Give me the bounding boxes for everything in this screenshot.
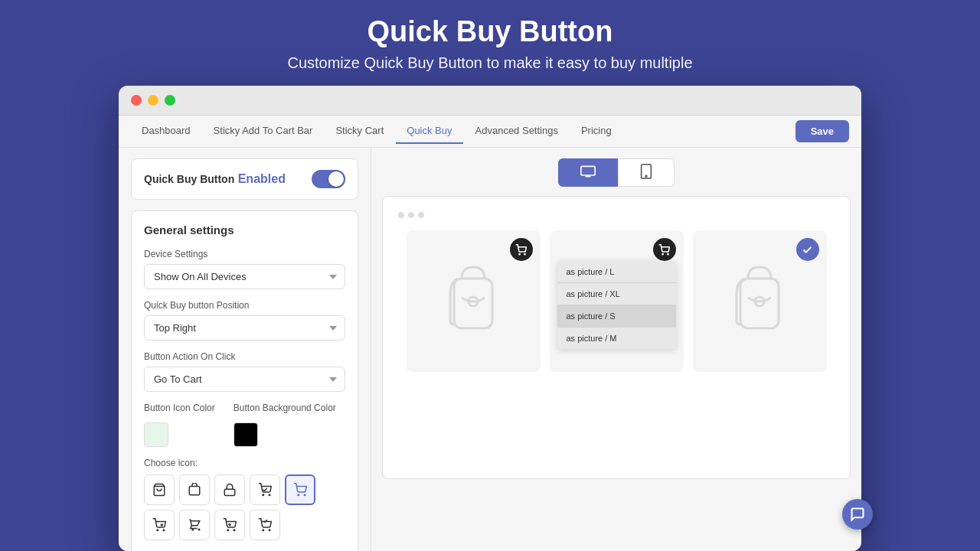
main-content: Quick Buy Button Enabled General setting… — [119, 148, 861, 551]
variant-item-s[interactable]: as picture / S — [557, 305, 676, 328]
icon-bag[interactable] — [144, 474, 175, 505]
close-button[interactable] — [131, 95, 142, 106]
position-select[interactable]: Top Right Top Left Bottom Right Bottom L… — [144, 315, 345, 341]
bg-color-swatch[interactable] — [234, 422, 258, 447]
icon-cart-arrow[interactable] — [144, 510, 175, 540]
color-row: Button Icon Color Button Background Colo… — [144, 403, 345, 447]
icon-cart4[interactable] — [250, 510, 280, 540]
svg-point-8 — [163, 530, 165, 531]
bg-color-group: Button Background Color — [234, 403, 336, 447]
action-group: Button Action On Click Go To Cart Open C… — [144, 351, 345, 392]
icon-color-swatch[interactable] — [144, 422, 168, 447]
variant-item-xl[interactable]: as picture / XL — [557, 283, 676, 305]
icon-cart-selected[interactable] — [285, 474, 315, 505]
page-header: Quick Buy Button Customize Quick Buy But… — [287, 15, 692, 72]
product-card-2: as picture / L as picture / XL as pictur… — [550, 230, 684, 372]
tab-advanced-settings[interactable]: Advanced Settings — [465, 119, 569, 144]
icon-color-group: Button Icon Color — [144, 403, 215, 447]
variant-item-l[interactable]: as picture / L — [557, 261, 676, 283]
icon-choice-label: Choose icon: — [144, 458, 345, 468]
svg-point-22 — [519, 253, 520, 254]
minimize-button[interactable] — [148, 95, 158, 106]
left-panel: Quick Buy Button Enabled General setting… — [119, 148, 371, 551]
svg-point-27 — [668, 253, 668, 254]
svg-point-9 — [192, 529, 194, 530]
svg-point-12 — [234, 530, 235, 531]
svg-point-3 — [263, 494, 264, 496]
maximize-button[interactable] — [165, 95, 175, 106]
svg-point-15 — [263, 530, 264, 531]
variant-dropdown: as picture / L as picture / XL as pictur… — [557, 261, 676, 349]
dot2 — [408, 212, 414, 218]
save-button[interactable]: Save — [795, 120, 849, 142]
svg-point-16 — [269, 530, 270, 531]
right-panel: as picture / L as picture / XL as pictur… — [371, 148, 861, 551]
cart-badge-1[interactable] — [510, 238, 533, 261]
svg-point-4 — [269, 494, 270, 496]
settings-title: General settings — [144, 223, 345, 236]
svg-point-6 — [304, 494, 305, 496]
settings-box: General settings Device Settings Show On… — [131, 210, 358, 551]
tab-sticky-cart[interactable]: Sticky Cart — [325, 119, 394, 144]
quick-buy-toggle-header: Quick Buy Button Enabled — [131, 158, 358, 200]
icon-cart-check[interactable] — [250, 474, 280, 505]
icon-color-label: Button Icon Color — [144, 403, 215, 413]
device-settings-group: Device Settings Show On All Devices Desk… — [144, 249, 345, 289]
svg-point-11 — [227, 530, 229, 531]
svg-point-26 — [662, 253, 663, 254]
cart-badge-2[interactable] — [653, 238, 676, 261]
dot3 — [418, 212, 424, 218]
enable-toggle[interactable] — [312, 170, 345, 188]
svg-rect-1 — [189, 487, 200, 495]
product-card-1 — [407, 230, 541, 372]
tablet-view-btn[interactable] — [618, 158, 675, 187]
position-group: Quick Buy button Position Top Right Top … — [144, 300, 345, 341]
page-title: Quick Buy Button — [287, 15, 692, 48]
icon-lock[interactable] — [214, 474, 245, 505]
action-select[interactable]: Go To Cart Open Cart Drawer Add To Cart — [144, 367, 345, 392]
view-toggle — [382, 158, 851, 187]
page-subtitle: Customize Quick Buy Button to make it ea… — [287, 54, 692, 72]
position-label: Quick Buy button Position — [144, 300, 345, 311]
product-grid: as picture / L as picture / XL as pictur… — [398, 230, 835, 372]
quick-buy-label: Quick Buy Button Enabled — [144, 172, 286, 186]
nav-tabs: Dashboard Sticky Add To Cart Bar Sticky … — [131, 119, 795, 144]
svg-rect-24 — [454, 279, 492, 328]
bg-color-label: Button Background Color — [234, 403, 336, 413]
titlebar — [119, 86, 861, 116]
nav-bar: Dashboard Sticky Add To Cart Bar Sticky … — [119, 116, 861, 148]
tab-quick-buy[interactable]: Quick Buy — [396, 119, 462, 144]
preview-area: as picture / L as picture / XL as pictur… — [382, 196, 851, 479]
svg-rect-17 — [581, 166, 595, 175]
dot1 — [398, 212, 404, 218]
chat-widget[interactable] — [842, 499, 873, 530]
tab-sticky-add-to-cart-bar[interactable]: Sticky Add To Cart Bar — [203, 119, 324, 144]
device-settings-select[interactable]: Show On All Devices Desktop Only Mobile … — [144, 264, 345, 289]
tab-dashboard[interactable]: Dashboard — [131, 119, 201, 144]
svg-point-5 — [298, 494, 299, 496]
check-badge-3[interactable] — [796, 238, 819, 261]
preview-dots — [398, 212, 835, 218]
svg-point-23 — [524, 253, 525, 254]
svg-point-21 — [645, 175, 647, 177]
svg-rect-2 — [224, 489, 235, 495]
variant-item-m[interactable]: as picture / M — [557, 328, 676, 349]
tab-pricing[interactable]: Pricing — [570, 119, 622, 144]
svg-point-7 — [157, 530, 158, 531]
device-settings-label: Device Settings — [144, 249, 345, 259]
icon-bag2[interactable] — [179, 474, 210, 505]
desktop-view-btn[interactable] — [558, 158, 618, 187]
icon-cart3[interactable] — [214, 510, 245, 540]
action-label: Button Action On Click — [144, 351, 345, 362]
mac-window: Dashboard Sticky Add To Cart Bar Sticky … — [119, 86, 861, 551]
icon-grid — [144, 474, 345, 540]
icon-choice-group: Choose icon: — [144, 458, 345, 540]
icon-cart2[interactable] — [179, 510, 210, 540]
svg-point-10 — [198, 529, 200, 530]
svg-rect-30 — [740, 279, 779, 328]
product-card-3 — [693, 230, 827, 372]
